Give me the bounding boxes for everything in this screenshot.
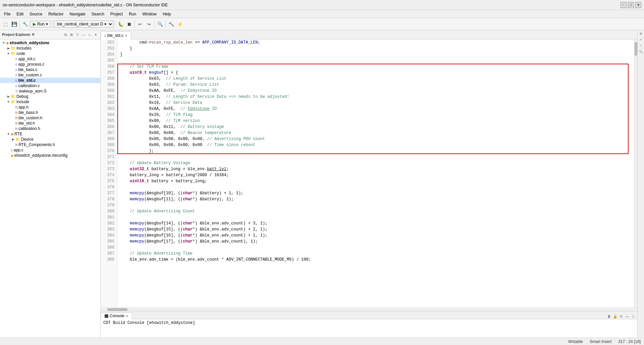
tree-app-process[interactable]: c app_process.c	[0, 62, 100, 67]
tree-rteconfig[interactable]: ◆ ehswitch_eddystone.rteconfig	[0, 153, 100, 158]
tree-calibration-h[interactable]: h calibration.h	[0, 126, 100, 131]
code-line-375: uint16_t battery = battery_long;	[120, 178, 631, 184]
tree-ble-bass[interactable]: c ble_bass.c	[0, 67, 100, 72]
menu-refactor[interactable]: Refactor	[46, 11, 66, 17]
rs-problems-btn[interactable]: !	[638, 43, 644, 48]
minimize-panel-icon[interactable]: —	[81, 32, 86, 38]
separator-3	[115, 20, 115, 28]
menu-window[interactable]: Window	[140, 11, 159, 17]
includes-folder-icon: 📁	[11, 46, 15, 51]
tree-rte[interactable]: ▼ ◆ RTE	[0, 131, 100, 137]
tree-ble-bass-h[interactable]: h ble_bass.h	[0, 110, 100, 115]
menu-edit[interactable]: Edit	[14, 11, 26, 17]
rs-outline-btn[interactable]: ≡	[638, 31, 644, 36]
close-button[interactable]: ✕	[635, 2, 641, 8]
console-copy-icon[interactable]: ⎘	[619, 314, 624, 319]
menu-run[interactable]: Run	[126, 11, 139, 17]
config-dropdown[interactable]: ble_central_client_scan D ▾	[54, 20, 113, 28]
tree-ble-std-h[interactable]: h ble_std.h	[0, 121, 100, 126]
tree-include[interactable]: ▼ 📁 include	[0, 99, 100, 105]
c-file-icon-7: c	[11, 148, 13, 152]
console-maximize-icon[interactable]: □	[631, 314, 636, 319]
menu-navigate[interactable]: Navigate	[67, 11, 88, 17]
console-tab-close[interactable]: ✕	[126, 314, 128, 318]
ble-bass-h-label: ble_bass.h	[18, 110, 38, 115]
stop-button[interactable]: ⏹	[125, 20, 133, 28]
view-menu-icon[interactable]: ▾	[93, 32, 98, 38]
new-button[interactable]: ⬚	[1, 20, 9, 28]
c-file-icon-5: c	[15, 78, 17, 82]
maximize-button[interactable]: □	[628, 2, 634, 8]
tree-root[interactable]: ▼ ◆ ehswitch_eddystone	[0, 40, 100, 46]
collapse-all-icon[interactable]: ⧉	[63, 32, 68, 38]
menu-project[interactable]: Project	[108, 11, 125, 17]
menu-help[interactable]: Help	[160, 11, 174, 17]
menu-source[interactable]: Source	[27, 11, 45, 17]
c-file-icon-2: c	[15, 62, 17, 66]
wakeup-asm-label: wakeup_asm.S	[19, 89, 46, 93]
code-line-387: // Update Advertising Time	[120, 251, 631, 257]
console-clear-icon[interactable]: 🗑	[606, 314, 612, 319]
code-line-358: 0x03, // Length of Service List	[120, 76, 631, 82]
link-editor-icon[interactable]: ⊞	[69, 32, 74, 38]
code-label: code	[16, 51, 25, 56]
flash-button[interactable]: ⚡	[176, 20, 184, 28]
run-button[interactable]: ▶ Run ▾	[30, 21, 51, 27]
ble-custom-h-label: ble_custom.h	[18, 116, 42, 120]
menu-file[interactable]: File	[1, 11, 13, 17]
includes-arrow: ▶	[6, 47, 11, 50]
device-arrow: ▶	[11, 138, 15, 141]
tree-code[interactable]: ▼ 📁 code	[0, 51, 100, 56]
maximize-panel-icon[interactable]: □	[87, 32, 92, 38]
minimize-button[interactable]: −	[621, 2, 627, 8]
menu-search[interactable]: Search	[89, 11, 107, 17]
run-external-button[interactable]: 🔧	[21, 20, 29, 28]
tree-wakeup-asm[interactable]: S wakeup_asm.S	[0, 88, 100, 94]
code-line-370: };	[120, 148, 631, 154]
debug-button[interactable]: 🐛	[116, 20, 124, 28]
window-title: on-semiconductor-workspace - ehswitch_ed…	[3, 3, 168, 7]
code-line-377: memcpy(&msgbuf[10], ((char*) &battery) +…	[120, 190, 631, 196]
tree-ble-custom-h[interactable]: h ble_custom.h	[0, 115, 100, 121]
editor-tab-ble-std[interactable]: c ble_std.c ✕	[101, 31, 131, 40]
include-arrow: ▼	[6, 100, 11, 104]
code-folder-icon: 📁	[11, 52, 15, 56]
c-file-icon-1: c	[15, 57, 17, 61]
code-line-373: uint32_t battery_long = ble_env.batt_lvl…	[120, 166, 631, 172]
editor-tab-close[interactable]: ✕	[125, 34, 127, 38]
code-line-369: 0x00, 0x00, 0x00, 0x00 // Time since reb…	[120, 142, 631, 148]
undo-button[interactable]: ↩	[136, 20, 144, 28]
tree-app-c[interactable]: c app.c	[0, 147, 100, 153]
root-icon: ◆	[6, 41, 9, 45]
tree-app-h[interactable]: h app.h	[0, 105, 100, 110]
tree-includes[interactable]: ▶ 📁 Includes	[0, 46, 100, 51]
tree-rte-components[interactable]: h RTE_Components.h	[0, 142, 100, 147]
code-editor[interactable]: 352 353 354 355 356 357 358 359 360 361 …	[101, 40, 637, 311]
tree-device[interactable]: ▶ 📁 Device	[0, 137, 100, 142]
run-label: Run	[37, 22, 45, 26]
redo-button[interactable]: ↪	[145, 20, 153, 28]
tree-calibration[interactable]: c calibration.c	[0, 83, 100, 88]
tree-app-init[interactable]: c app_init.c	[0, 56, 100, 62]
tree-debug[interactable]: ▶ 📁 Debug	[0, 94, 100, 99]
console-minimize-icon[interactable]: —	[625, 314, 630, 319]
editor-tab-label: ble_std.c	[107, 33, 123, 38]
line-numbers: 352 353 354 355 356 357 358 359 360 361 …	[101, 40, 117, 307]
tree-ble-custom[interactable]: c ble_custom.c	[0, 72, 100, 78]
rs-tasks-btn[interactable]: ✓	[638, 37, 644, 42]
device-folder-icon: 📁	[15, 137, 20, 142]
console-tabs: ⬛ Console ✕ 🗑 🔒 ⎘ — □	[101, 311, 637, 319]
code-content[interactable]: cmd->scan_rsp_data_len += APP_COMPANY_ID…	[117, 40, 634, 307]
build-button[interactable]: 🔨	[167, 20, 175, 28]
vertical-scrollbar[interactable]	[634, 40, 637, 307]
console-tab[interactable]: ⬛ Console ✕	[101, 313, 132, 319]
tree-ble-std[interactable]: c ble_std.c	[0, 78, 100, 83]
horizontal-scrollbar[interactable]	[101, 307, 637, 311]
filter-icon[interactable]: ▽	[75, 32, 80, 38]
rs-search-btn[interactable]: 🔍	[638, 49, 644, 54]
run-dropdown-arrow[interactable]: ▾	[46, 22, 48, 26]
code-line-386	[120, 245, 631, 251]
save-button[interactable]: 💾	[10, 20, 18, 28]
console-scroll-lock-icon[interactable]: 🔒	[612, 314, 618, 319]
search-button[interactable]: 🔍	[156, 20, 164, 28]
